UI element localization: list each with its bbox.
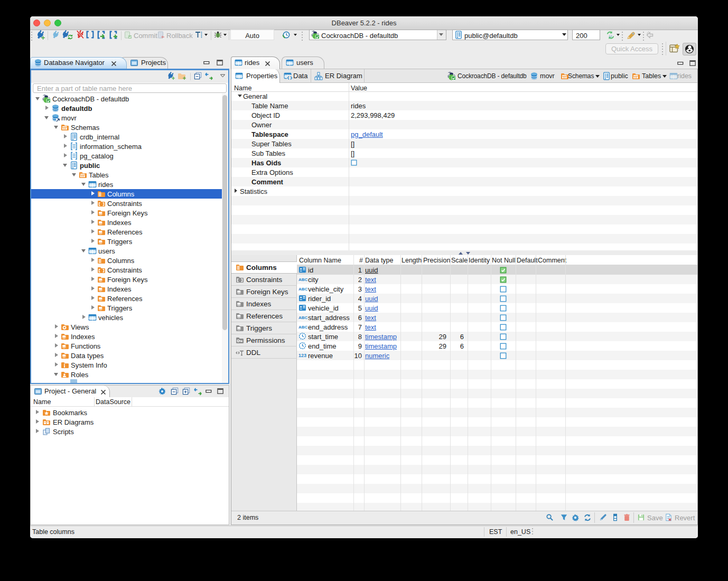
svg-text:ABC: ABC: [298, 325, 307, 330]
svg-text:ABC: ABC: [298, 277, 307, 282]
svg-text:(-): (-): [609, 34, 612, 38]
svg-text:123: 123: [298, 353, 306, 358]
svg-text:ABC: ABC: [298, 315, 307, 320]
svg-text:ABC: ABC: [298, 287, 307, 292]
